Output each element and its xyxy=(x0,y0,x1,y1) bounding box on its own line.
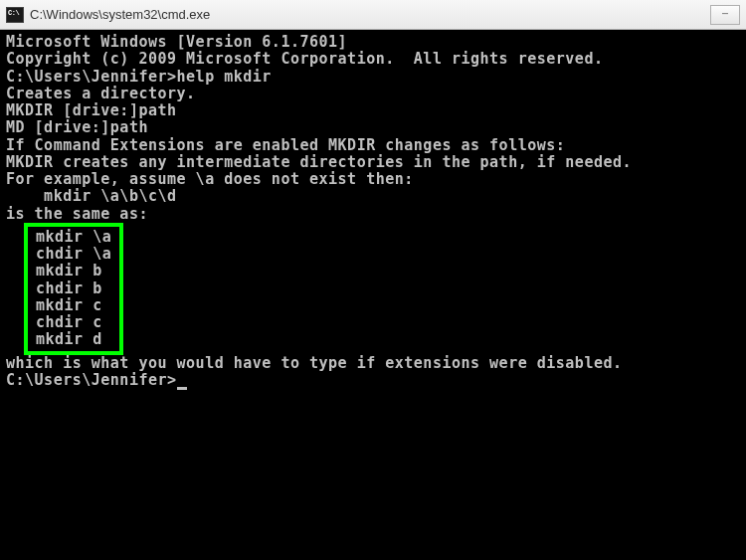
copyright-line: Copyright (c) 2009 Microsoft Corporation… xyxy=(6,51,740,68)
hl-chdir-b: chdir b xyxy=(36,280,111,297)
cmd-icon xyxy=(6,7,24,23)
highlight-box: mkdir \achdir \amkdir bchdir bmkdir cchd… xyxy=(24,223,123,355)
hl-chdir-a: chdir \a xyxy=(36,246,111,263)
window-title: C:\Windows\system32\cmd.exe xyxy=(30,7,704,22)
example-note: For example, assume \a does not exist th… xyxy=(6,171,740,188)
hl-mkdir-b: mkdir b xyxy=(36,263,111,280)
prompt-text: C:\Users\Jennifer> xyxy=(6,372,177,389)
titlebar[interactable]: C:\Windows\system32\cmd.exe ─ xyxy=(0,0,746,30)
minimize-button[interactable]: ─ xyxy=(710,5,740,25)
hl-mkdir-d: mkdir d xyxy=(36,331,111,348)
hl-mkdir-a: mkdir \a xyxy=(36,229,111,246)
syntax-md: MD [drive:]path xyxy=(6,119,740,136)
intermediate-note: MKDIR creates any intermediate directori… xyxy=(6,154,740,171)
terminal-output[interactable]: Microsoft Windows [Version 6.1.7601]Copy… xyxy=(0,30,746,560)
syntax-mkdir: MKDIR [drive:]path xyxy=(6,102,740,119)
current-prompt: C:\Users\Jennifer> xyxy=(6,372,740,389)
window-controls: ─ xyxy=(710,5,740,25)
same-as: is the same as: xyxy=(6,206,740,223)
version-line: Microsoft Windows [Version 6.1.7601] xyxy=(6,34,740,51)
cmd-window: C:\Windows\system32\cmd.exe ─ Microsoft … xyxy=(0,0,746,560)
extensions-note: If Command Extensions are enabled MKDIR … xyxy=(6,137,740,154)
cursor xyxy=(177,387,187,390)
help-description: Creates a directory. xyxy=(6,86,740,102)
example-command: mkdir \a\b\c\d xyxy=(6,188,740,205)
hl-mkdir-c: mkdir c xyxy=(36,297,111,314)
footer-note: which is what you would have to type if … xyxy=(6,355,740,372)
prompt-command: C:\Users\Jennifer>help mkdir xyxy=(6,69,740,86)
hl-chdir-c: chdir c xyxy=(36,314,111,331)
